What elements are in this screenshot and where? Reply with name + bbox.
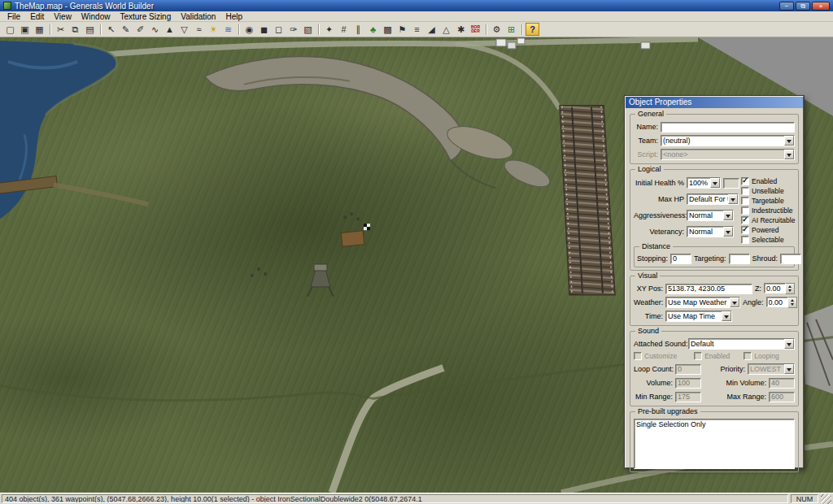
time-label: Time: [634,312,663,320]
resize-grip[interactable] [821,494,831,504]
align-tool-icon[interactable]: ≡ [410,23,424,36]
paste-icon[interactable]: ▤ [83,23,97,36]
title-bar[interactable]: TheMap.map - Generals World Builder − ⧉ … [0,0,833,11]
scorch-tool-icon[interactable]: ✱ [454,23,468,36]
distance-group: Distance Stopping: Targeting: Shroud: [634,246,795,267]
spin-down-icon[interactable] [786,289,794,293]
fence-tool-icon[interactable]: # [337,23,351,36]
aggressiveness-label: Aggressiveness: [634,211,684,219]
upgrades-listbox[interactable]: Single Selection Only [634,419,795,469]
water-tool-icon[interactable]: ≋ [221,23,235,36]
menu-item-edit[interactable]: Edit [25,12,49,21]
aggressiveness-select[interactable]: Normal [687,210,734,221]
menu-item-help[interactable]: Help [220,12,247,21]
enabled-checkbox[interactable] [741,177,749,185]
dropdown-arrow-icon[interactable] [722,311,731,321]
veterancy-select[interactable]: Normal [687,226,734,237]
logical-group-label: Logical [635,166,664,173]
road-tool-icon[interactable]: ∥ [351,23,365,36]
open-map-icon[interactable]: ▣ [18,23,32,36]
close-button[interactable]: × [812,2,830,11]
stopping-input[interactable] [670,254,691,264]
dropdown-arrow-icon [784,364,794,374]
targeting-input[interactable] [729,254,750,264]
indestructible-checkbox[interactable] [741,206,749,215]
polygon-tool-icon[interactable]: △ [439,23,453,36]
sound-group-label: Sound [635,328,661,335]
dropdown-arrow-icon[interactable] [728,194,738,204]
height-brush-icon[interactable]: ∿ [148,23,162,36]
dropdown-arrow-icon[interactable] [723,227,733,237]
select-pointer-icon[interactable]: ↖ [104,23,118,36]
menu-item-validation[interactable]: Validation [176,12,220,21]
spin-down-icon[interactable] [788,302,796,307]
feather-brush-icon[interactable]: ✐ [133,23,147,36]
name-input[interactable] [661,122,795,133]
save-map-icon[interactable]: ▦ [33,23,46,36]
waypoint-tool-icon[interactable]: ⚑ [395,23,409,36]
targetable-checkbox[interactable] [741,197,749,205]
customize-checkbox [634,352,642,360]
max-hp-select[interactable]: Default For Unit... [687,193,739,205]
help-icon[interactable]: ? [526,23,539,36]
attached-sound-label: Attached Sound: [634,340,686,348]
team-select[interactable]: (neutral) [661,135,795,146]
eyedropper-icon[interactable]: ✑ [286,23,300,36]
border-tool-icon[interactable]: BOR DER [469,23,482,36]
menu-bar: File Edit View Window Texture Sizing Val… [0,11,833,22]
texture-light-icon[interactable]: ◻ [272,23,286,36]
mound-tool-icon[interactable]: ▲ [163,23,177,36]
eye-tool-icon[interactable]: ◉ [242,23,256,36]
smooth-tool-icon[interactable]: ≈ [192,23,206,36]
sun-light-icon[interactable]: ☀ [207,23,220,36]
powered-checkbox[interactable] [741,226,749,234]
dropdown-arrow-icon[interactable] [784,339,794,349]
restore-button[interactable]: ⧉ [796,2,810,11]
object-tool-icon[interactable]: ✦ [322,23,336,36]
priority-label: Priority: [704,365,745,373]
min-volume-input [769,378,795,389]
time-select[interactable]: Use Map Time [665,311,732,322]
ai-recruitable-checkbox[interactable] [741,216,749,224]
selectable-checkbox[interactable] [741,236,749,244]
min-volume-label: Min Volume: [704,379,766,387]
dropdown-arrow-icon[interactable] [730,298,739,307]
object-properties-panel: Object Properties General Name: Team: (n… [625,96,804,468]
loop-count-label: Loop Count: [634,365,673,373]
blend-tool-icon[interactable]: ▧ [301,23,315,36]
weather-select[interactable]: Use Map Weather [665,297,740,308]
area-select-icon[interactable]: ▩ [381,23,395,36]
map-viewport[interactable]: Object Properties General Name: Team: (n… [0,37,833,493]
attached-sound-select[interactable]: Default [688,338,795,350]
menu-item-file[interactable]: File [2,12,25,21]
build-list-icon[interactable]: ⚙ [490,23,504,36]
brush-tool-icon[interactable]: ✎ [119,23,133,36]
menu-item-texture-sizing[interactable]: Texture Sizing [115,12,176,21]
grove-tool-icon[interactable]: ♣ [366,23,380,36]
list-item[interactable]: Single Selection Only [636,420,792,429]
z-input[interactable] [764,283,786,293]
dropdown-arrow-icon[interactable] [784,136,794,146]
copy-icon[interactable]: ⧉ [68,23,82,36]
menu-item-window[interactable]: Window [76,12,116,21]
grid-snap-icon[interactable]: ⊞ [504,23,518,36]
ramp-tool-icon[interactable]: ◢ [425,23,438,36]
window-buttons: − ⧉ × [779,2,830,11]
texture-dark-icon[interactable]: ◼ [257,23,271,36]
dropdown-arrow-icon[interactable] [723,211,733,220]
minimize-button[interactable]: − [779,2,794,11]
panel-caption[interactable]: Object Properties [626,97,803,108]
script-value: <none> [661,150,784,159]
unsellable-checkbox[interactable] [741,187,749,195]
cut-icon[interactable]: ✂ [54,23,68,36]
dig-tool-icon[interactable]: ▽ [177,23,191,36]
status-text: 404 object(s), 361 waypoint(s), (5047.68… [2,494,788,503]
menu-item-view[interactable]: View [49,12,76,21]
shroud-input[interactable] [780,254,801,264]
angle-input[interactable] [766,297,788,307]
initial-health-select[interactable]: 100% [687,177,721,189]
dropdown-arrow-icon[interactable] [710,178,720,188]
priority-select: LOWEST [748,363,795,375]
xy-pos-input[interactable] [665,284,752,294]
new-map-icon[interactable]: ▢ [3,23,17,36]
